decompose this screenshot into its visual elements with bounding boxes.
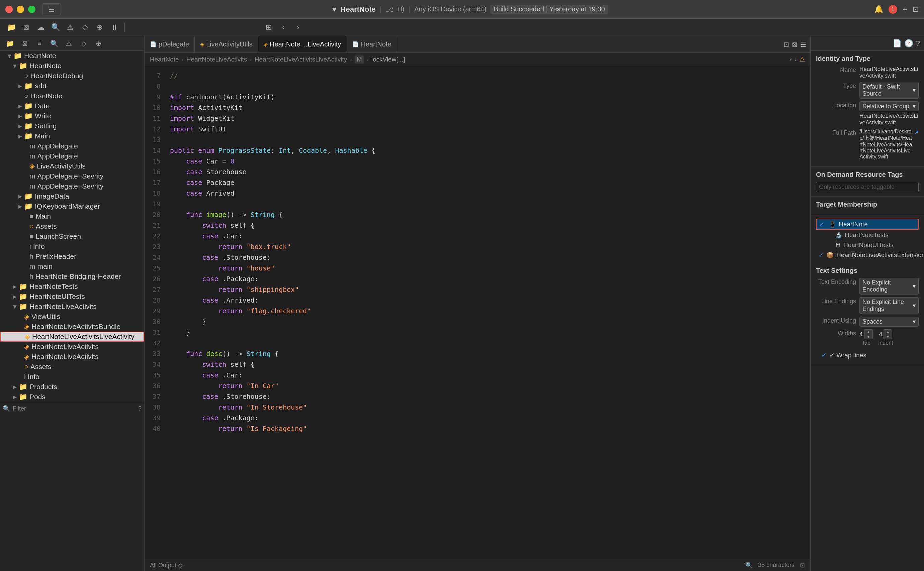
sidebar-list-icon[interactable]: ≡	[34, 37, 45, 49]
forward-icon[interactable]: ›	[292, 22, 304, 34]
stepper-up-icon[interactable]: ▲	[884, 330, 892, 334]
nav-forward-icon[interactable]: ›	[794, 56, 797, 63]
stepper-down-icon[interactable]: ▼	[884, 334, 892, 339]
type-dropdown[interactable]: Default - Swift Source ▾	[859, 82, 919, 99]
grid-icon[interactable]: ⊞	[263, 22, 275, 34]
sidebar-item-heartnoteutests[interactable]: ▸ 📁 HeartNoteUITests	[0, 292, 144, 301]
inspector-question-icon[interactable]: ?	[916, 39, 920, 48]
sidebar-item-iqkeyboardmanager[interactable]: ▸ 📁 IQKeyboardManager	[0, 201, 144, 211]
filter-icon-status[interactable]: 🔍	[745, 562, 753, 569]
membership-extension[interactable]: ✓ 📦 HeartNoteLiveActivitsExtension	[816, 250, 919, 260]
indent-stepper[interactable]: ▲ ▼	[884, 329, 892, 340]
sidebar-item-liveactivity-selected[interactable]: ▸ ◈ HeartNoteLiveActivitsLiveActivity	[0, 332, 144, 342]
breadcrumb-lockview[interactable]: lockView[...]	[371, 56, 405, 63]
maximize-button[interactable]	[28, 6, 36, 13]
sidebar-item-appdelegate2[interactable]: ▸ m AppDelegate	[0, 151, 144, 161]
sidebar-diamond-icon[interactable]: ◇	[77, 37, 90, 49]
inspector-clock-icon[interactable]: 🕐	[904, 39, 913, 48]
sidebar-item-main-m[interactable]: ▸ m main	[0, 261, 144, 272]
sidebar-item-setting[interactable]: ▸ 📁 Setting	[0, 121, 144, 131]
sidebar-item-srbt[interactable]: ▸ 📁 srbt	[0, 81, 144, 91]
warning-icon[interactable]: ⚠	[64, 22, 76, 34]
membership-heartnotetests[interactable]: ✓ 🔬 HeartNoteTests	[823, 230, 919, 240]
breadcrumb-m[interactable]: M	[354, 56, 364, 63]
indent-using-dropdown[interactable]: Spaces ▾	[859, 316, 919, 327]
test-icon[interactable]: ◇	[79, 22, 91, 34]
sidebar-item-appdelegate1[interactable]: ▸ m AppDelegate	[0, 141, 144, 151]
sidebar-warning-icon[interactable]: ⚠	[63, 37, 75, 49]
tab-pdelegate[interactable]: 📄 pDelegate	[144, 36, 195, 52]
tab-heartnoteliveactivity[interactable]: ◈ HeartNote....LiveActivity	[258, 36, 347, 52]
text-encoding-dropdown[interactable]: No Explicit Encoding ▾	[859, 278, 919, 295]
sidebar-item-info-live[interactable]: ▸ i Info	[0, 372, 144, 382]
layout-icon[interactable]: ⊡	[913, 5, 919, 14]
breadcrumb-liveactivits[interactable]: HeartNoteLiveActivits	[186, 56, 247, 63]
sidebar-item-appdelegate-sev1[interactable]: ▸ m AppDelegate+Sevrity	[0, 171, 144, 181]
tab-stepper[interactable]: ▲ ▼	[864, 329, 873, 340]
minimize-button[interactable]	[17, 6, 24, 13]
type-dropdown-btn[interactable]: Default - Swift Source ▾	[859, 82, 919, 99]
breakpoint-icon[interactable]: ⏸	[108, 22, 121, 34]
code-editor[interactable]: // #if canImport(ActivityKit) import Act…	[165, 66, 810, 559]
git-icon[interactable]: ⊠	[792, 40, 797, 48]
search-icon[interactable]: 🔍	[50, 22, 62, 34]
inspector-toggle-icon[interactable]: ☰	[800, 40, 806, 48]
tab-heartnote[interactable]: 📄 HeartNote	[347, 36, 397, 52]
membership-heartnote[interactable]: ✓ 📱 HeartNote	[816, 219, 919, 230]
sidebar-item-launchscreen[interactable]: ▸ ■ LaunchScreen	[0, 231, 144, 241]
stepper-up-icon[interactable]: ▲	[864, 330, 873, 334]
sidebar-item-write[interactable]: ▸ 📁 Write	[0, 111, 144, 121]
breadcrumb-heartnote[interactable]: HeartNote	[150, 56, 179, 63]
line-endings-dropdown[interactable]: No Explicit Line Endings ▾	[859, 297, 919, 314]
debug-icon[interactable]: ⊕	[94, 22, 106, 34]
sidebar-item-assets[interactable]: ▸ ○ Assets	[0, 221, 144, 231]
cloud-icon[interactable]: ☁	[35, 22, 47, 34]
sidebar-toggle[interactable]: ☰	[42, 3, 61, 15]
sidebar-item-heartnote-sub[interactable]: ▾ 📁 HeartNote	[0, 61, 144, 71]
sidebar-item-info1[interactable]: ▸ i Info	[0, 241, 144, 252]
sidebar-item-liveactivityutils[interactable]: ▸ ◈ LiveActivityUtils	[0, 161, 144, 171]
sidebar-item-heartnoteliveactivits1[interactable]: ▸ ◈ HeartNoteLiveActivits	[0, 342, 144, 352]
sidebar-git-icon[interactable]: ⊠	[19, 37, 31, 49]
sidebar-item-date[interactable]: ▸ 📁 Date	[0, 101, 144, 111]
nav-back-icon[interactable]: ‹	[789, 56, 791, 63]
line-endings-dropdown-btn[interactable]: No Explicit Line Endings ▾	[859, 297, 919, 314]
stepper-down-icon[interactable]: ▼	[864, 334, 873, 339]
sidebar-item-bridging-header[interactable]: ▸ h HeartNote-Bridging-Header	[0, 272, 144, 281]
sidebar-item-assets-live[interactable]: ▸ ○ Assets	[0, 362, 144, 372]
editor-content[interactable]: 7 8 9 10 11 12 13 14 15 16 17 18 19 20 2…	[144, 66, 810, 559]
membership-heartnoteutests[interactable]: ✓ 🖥 HeartNoteUITests	[823, 240, 919, 250]
sidebar-item-heartnotetests[interactable]: ▸ 📁 HeartNoteTests	[0, 281, 144, 292]
sidebar-search-icon[interactable]: 🔍	[48, 37, 60, 49]
add-button[interactable]: +	[902, 5, 907, 14]
sidebar-item-heartnote-group[interactable]: ▾ 📁 HeartNote	[0, 51, 144, 61]
sidebar-item-main-file[interactable]: ▸ ■ Main	[0, 211, 144, 221]
sidebar-item-heartnotedebug[interactable]: ▸ ○ HeartNoteDebug	[0, 71, 144, 81]
back-icon[interactable]: ‹	[277, 22, 289, 34]
breadcrumb-liveactivity[interactable]: HeartNoteLiveActivitsLiveActivity	[255, 56, 347, 63]
sidebar-item-heartnoteliveactivits-group[interactable]: ▾ 📁 HeartNoteLiveActivits	[0, 301, 144, 312]
sidebar-folder-icon[interactable]: 📁	[4, 37, 16, 49]
warning-badge-icon[interactable]: ⚠	[799, 56, 805, 63]
sidebar-item-appdelegate-sev2[interactable]: ▸ m AppDelegate+Sevrity	[0, 181, 144, 191]
reveal-in-finder-icon[interactable]: ↗	[914, 129, 919, 136]
sidebar-item-viewutils[interactable]: ▸ ◈ ViewUtils	[0, 312, 144, 322]
source-control-icon[interactable]: ⊠	[20, 22, 32, 34]
show-map-icon[interactable]: ⊡	[800, 562, 805, 569]
location-dropdown-btn[interactable]: Relative to Group ▾	[859, 101, 919, 111]
indent-using-dropdown-btn[interactable]: Spaces ▾	[859, 316, 919, 327]
sidebar-item-heartnote-file[interactable]: ▸ ○ HeartNote	[0, 91, 144, 101]
question-icon[interactable]: ?	[138, 405, 141, 412]
tab-liveactivityutils[interactable]: ◈ LiveActivityUtils	[195, 36, 258, 52]
sidebar-item-heartnoteliveactivits2[interactable]: ▸ ◈ HeartNoteLiveActivits	[0, 352, 144, 362]
inspector-file-icon[interactable]: 📄	[893, 39, 902, 48]
sidebar-item-prefixheader[interactable]: ▸ h PrefixHeader	[0, 252, 144, 261]
split-editor-icon[interactable]: ⊡	[783, 40, 789, 48]
sidebar-nodes-icon[interactable]: ⊕	[92, 37, 104, 49]
bell-icon[interactable]: 🔔	[874, 5, 883, 14]
sidebar-item-imagedata[interactable]: ▸ 📁 ImageData	[0, 191, 144, 201]
sidebar-item-products[interactable]: ▸ 📁 Products	[0, 382, 144, 392]
sidebar-item-liveactivitsbundle[interactable]: ▸ ◈ HeartNoteLiveActivitsBundle	[0, 322, 144, 332]
encoding-dropdown-btn[interactable]: No Explicit Encoding ▾	[859, 278, 919, 295]
sidebar-item-pods[interactable]: ▸ 📁 Pods	[0, 392, 144, 402]
